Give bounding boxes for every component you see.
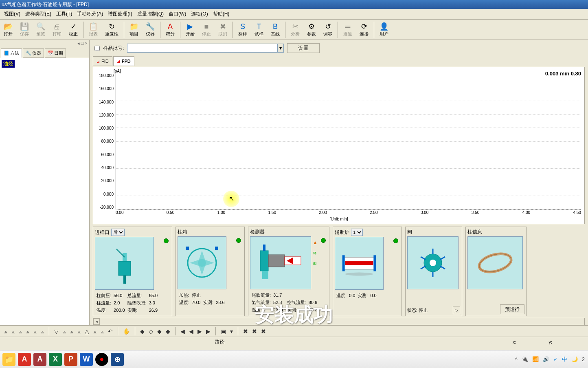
param-value: 2.0 [113,300,126,306]
menu-item[interactable]: 进样类型(E) [23,10,54,18]
bottom-tool-icon[interactable]: ⟁ [11,327,15,335]
bottom-tool-icon[interactable]: ▾ [229,327,234,335]
toolbar-icon: 🖨 [53,22,61,31]
toolbar-调零-button[interactable]: ↺调零 [320,21,336,38]
menu-item[interactable]: 质量控制(Q) [135,10,166,18]
tray-ime-icon[interactable]: 中 [562,356,567,363]
tray-up-icon[interactable]: ^ [515,356,518,362]
bottom-tool-icon[interactable]: ⟁ [18,327,23,335]
bottom-tool-icon[interactable]: ◀ [180,327,186,335]
chart-tab-FPD[interactable]: ⊿FPD [113,56,134,66]
panels-scrollbar[interactable]: ◂ [93,318,585,325]
sidebar-tab[interactable]: 🔧仪器 [23,48,44,58]
toolbar-参数-button[interactable]: ⚙参数 [304,21,319,38]
sidebar-tab[interactable]: 📅日期 [45,48,66,58]
bottom-tool-icon[interactable]: ▶ [197,327,203,335]
window-title: us气相色谱工作站-石油烃专用版 - [FPD] [0,0,588,9]
bottom-tool-icon[interactable]: ⟁ [77,327,81,335]
toolbar-项目-button[interactable]: 📁项目 [126,21,142,38]
tray-volume-icon[interactable]: 🔊 [543,356,549,362]
panel-柱信息: 柱信息预运行 [465,227,527,316]
batch-input[interactable] [127,44,278,53]
tray-wifi-icon[interactable]: 📶 [532,356,539,362]
tray-moon-icon[interactable]: 🌙 [571,356,578,362]
toolbar-校正-button[interactable]: ✓校正 [66,21,81,38]
bottom-tool-icon[interactable]: ✖ [251,327,258,335]
sidebar-tab[interactable]: 📘方法 [1,48,22,58]
sidebar-tree[interactable]: 油烃 [0,58,89,325]
bottom-tool-icon[interactable]: ◆ [156,327,162,335]
x-tick: 1.50 [268,210,276,215]
bottom-tool-icon[interactable]: ▶ [205,327,211,335]
bottom-tool-icon[interactable]: ✖ [260,327,267,335]
svg-rect-0 [118,261,131,275]
bottom-tool-icon[interactable]: ⟁ [100,327,105,335]
toolbar-打开-button[interactable]: 📂打开 [0,21,16,38]
tray-check-icon[interactable]: ✓ [553,356,558,362]
batch-dropdown-icon[interactable]: ▾ [277,44,284,53]
next-icon[interactable]: ▷ [453,306,460,314]
menu-item[interactable]: 帮助(H) [211,10,232,18]
taskbar-word-icon[interactable]: W [80,353,93,366]
menu-item[interactable]: 工具(T) [54,10,75,18]
bottom-tool-icon[interactable]: ▣ [220,327,227,335]
toolbar-试样-button[interactable]: T试样 [251,21,267,38]
bottom-tool-icon[interactable]: ⟁ [33,327,37,335]
bottom-tool-icon[interactable]: △ [84,327,90,335]
batch-checkbox[interactable] [94,46,100,51]
taskbar-ppt-icon[interactable]: P [64,353,77,366]
tab-icon: 📘 [4,51,9,56]
menu-item[interactable]: 谱图处理(I) [105,10,134,18]
taskbar-explorer-icon[interactable]: 📁 [2,353,15,366]
bottom-tool-icon[interactable]: ⟁ [92,327,97,335]
toolbar-仪器-button[interactable]: 🔧仪器 [143,21,158,38]
bottom-tool-icon[interactable]: ✖ [242,327,249,335]
bottom-tool-icon[interactable]: ◀ [188,327,194,335]
bottom-tool-icon[interactable]: ↶ [107,327,114,335]
bottom-tool-icon[interactable]: ⟁ [69,327,74,335]
y-tick: 80.000 [97,139,114,143]
status-led-icon [321,238,326,243]
bottom-tool-icon[interactable]: ⟁ [3,327,8,335]
bottom-tool-icon[interactable]: ◆ [139,327,145,335]
bottom-tool-icon[interactable]: ◆ [165,327,171,335]
bottom-tool-icon[interactable]: ⟁ [62,327,67,335]
panel-select[interactable]: 1 [351,229,363,236]
chart-tab-FID[interactable]: ⊿FID [93,56,112,66]
toolbar-重复性-button[interactable]: ↻重复性 [102,21,122,38]
menu-item[interactable]: 选项(O) [189,10,210,18]
panel-select[interactable]: 后 [111,229,125,236]
system-tray[interactable]: ^ 🔌 📶 🔊 ✓ 中 🌙 2 [515,356,585,363]
prerun-button[interactable]: 预运行 [500,304,524,314]
tray-time[interactable]: 2 [582,356,585,362]
toolbar-icon: 💾 [20,22,29,31]
toolbar-积分-button[interactable]: A积分 [162,21,178,38]
bottom-tool-icon[interactable]: ▽ [53,327,59,335]
tree-item[interactable]: 油烃 [2,60,15,68]
tray-plug-icon[interactable]: 🔌 [522,356,528,362]
menu-item[interactable]: 手动积分(A) [75,10,105,18]
toolbar-连接-button[interactable]: ⟳连接 [356,21,372,38]
taskbar-app-icon[interactable]: ⊕ [111,353,124,366]
toolbar-开始-button[interactable]: ▶开始 [182,21,198,38]
toolbar-用户-button[interactable]: 👤用户 [376,21,392,38]
scroll-left-icon[interactable]: ◂ [93,318,100,325]
svg-rect-14 [342,255,345,271]
taskbar-excel-icon[interactable]: X [49,353,62,366]
taskbar-record-icon[interactable]: ● [95,353,108,366]
toolbar-label: 打开 [4,31,13,37]
taskbar-pdf-icon[interactable]: A [18,353,31,366]
menu-item[interactable]: 窗口(W) [166,10,189,18]
batch-set-button[interactable]: 设置 [287,43,320,53]
taskbar-access-icon[interactable]: A [33,353,46,366]
chart-area[interactable]: 0.003 min 0.80 [pA] 180.000160.000140.00… [93,67,585,224]
toolbar-基线-button[interactable]: B基线 [268,21,283,38]
bottom-tool-icon[interactable]: ✋ [122,327,131,335]
menu-item[interactable]: 视图(V) [2,10,23,18]
y-tick: 60.000 [97,152,114,157]
bottom-tool-icon[interactable]: ⟁ [25,327,30,335]
bottom-tool-icon[interactable]: ◇ [148,327,154,335]
bottom-tool-icon[interactable]: ⟁ [40,327,45,335]
toolbar-标样-button[interactable]: S标样 [235,21,250,38]
sidebar-close[interactable]: ◂ □ × [0,40,89,47]
